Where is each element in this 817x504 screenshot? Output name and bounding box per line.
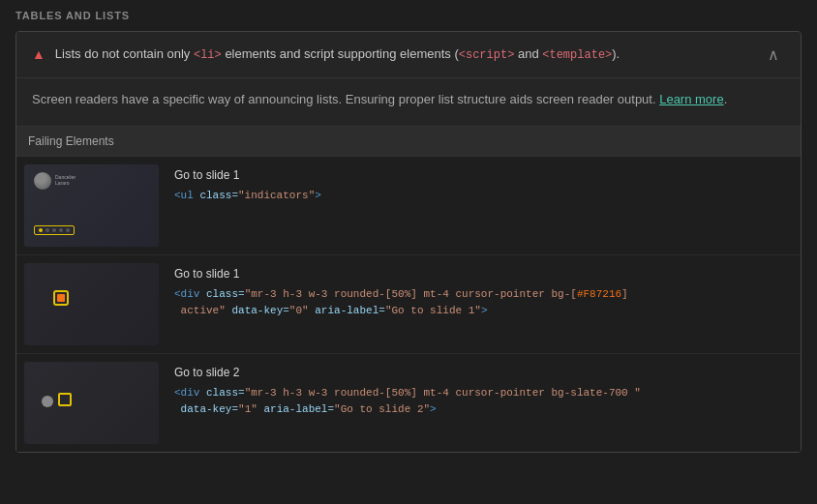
thumbnail-col-1: DancelierLararo [16, 157, 166, 254]
description-area: Screen readers have a specific way of an… [16, 78, 801, 127]
failing-item-2: Go to slide 1 <div class="mr-3 h-3 w-3 r… [16, 255, 801, 354]
thumb3-rect [58, 393, 72, 406]
thumb-dot-active [39, 228, 43, 232]
info-col-2: Go to slide 1 <div class="mr-3 h-3 w-3 r… [166, 255, 801, 353]
warning-text-and: and [514, 46, 542, 61]
info-col-1: Go to slide 1 <ul class="indicators"> [166, 157, 801, 254]
thumb2-inner [57, 294, 65, 302]
info-col-3: Go to slide 2 <div class="mr-3 h-3 w-3 r… [166, 354, 801, 452]
warning-triangle-icon: ▲ [32, 46, 45, 62]
warning-message: Lists do not contain only <li> elements … [55, 45, 620, 64]
collapse-button[interactable]: ∧ [762, 44, 785, 66]
thumb-dot-1 [45, 228, 49, 232]
failing-elements-panel: Failing Elements DancelierLararo [16, 127, 801, 452]
thumbnail-3[interactable] [24, 362, 159, 444]
warning-banner: ▲ Lists do not contain only <li> element… [16, 32, 801, 78]
thumb-dot-2 [52, 228, 56, 232]
code-block-1: <ul class="indicators"> [174, 188, 789, 205]
warning-script-tag: <script> [459, 48, 515, 62]
thumbnail-col-3 [16, 354, 166, 452]
description-text: Screen readers have a specific way of an… [32, 90, 785, 110]
description-period: . [724, 92, 728, 106]
thumb-dot-4 [66, 228, 70, 232]
thumb2-dot-highlight [53, 290, 69, 306]
warning-text-middle: elements and script supporting elements … [222, 46, 459, 61]
failing-elements-header: Failing Elements [16, 127, 801, 157]
learn-more-link[interactable]: Learn more [659, 92, 723, 106]
failing-item-3: Go to slide 2 <div class="mr-3 h-3 w-3 r… [16, 354, 801, 452]
failing-item: DancelierLararo Go to slide 1 <ul class=… [16, 157, 801, 255]
outer-panel: ▲ Lists do not contain only <li> element… [15, 31, 802, 453]
warning-template-tag: <template> [542, 48, 612, 62]
thumb-name: DancelierLararo [55, 174, 76, 187]
warning-li-tag: <li> [194, 48, 222, 62]
thumbnail-2[interactable] [24, 263, 159, 345]
section-header: TABLES AND LISTS [0, 0, 817, 31]
thumb3-circle [42, 396, 53, 407]
code-block-3: <div class="mr-3 h-3 w-3 rounded-[50%] m… [174, 385, 789, 419]
goto-label-1: Go to slide 1 [174, 168, 789, 182]
description-body: Screen readers have a specific way of an… [32, 92, 659, 106]
thumbnail-col-2 [16, 255, 166, 353]
thumbnail-1[interactable]: DancelierLararo [24, 164, 159, 247]
warning-text-before: Lists do not contain only [55, 46, 194, 61]
goto-label-2: Go to slide 1 [174, 267, 789, 281]
warning-text-after: ). [612, 46, 620, 61]
thumb-indicator-row [34, 225, 75, 235]
code-block-2: <div class="mr-3 h-3 w-3 rounded-[50%] m… [174, 286, 789, 320]
warning-left: ▲ Lists do not contain only <li> element… [32, 45, 620, 64]
thumb-avatar [34, 172, 51, 190]
thumb-dot-3 [59, 228, 63, 232]
goto-label-3: Go to slide 2 [174, 366, 789, 379]
